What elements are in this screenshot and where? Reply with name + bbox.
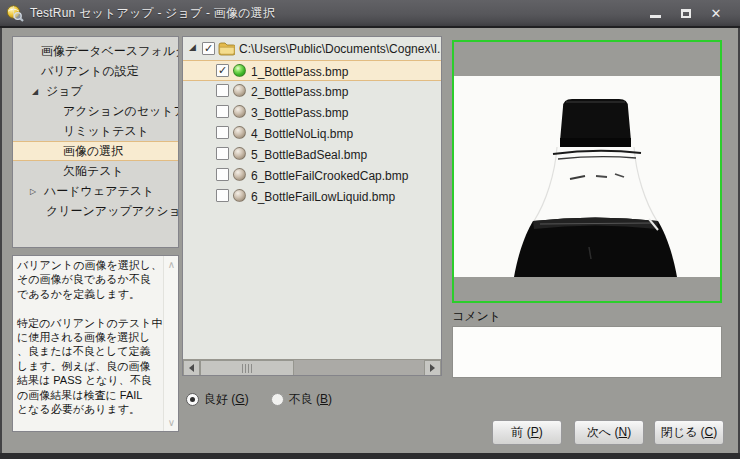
sidebar-item-label: 画像の選択	[63, 144, 123, 158]
file-name: 1_BottlePass.bmp	[251, 65, 348, 79]
wizard-step-nav: 画像データベースフォルダバリアントの設定◢ジョブアクションのセットアップリミット…	[12, 36, 179, 248]
file-name: 3_BottlePass.bmp	[251, 106, 348, 120]
sidebar-item-label: ジョブ	[46, 84, 83, 98]
expanded-expander-icon[interactable]: ◢	[189, 42, 196, 52]
horizontal-scrollbar[interactable]	[183, 359, 441, 375]
sidebar-item[interactable]: クリーンアップアクション	[13, 201, 178, 221]
file-checkbox[interactable]	[216, 105, 229, 118]
file-row[interactable]: 6_BottleFailLowLiquid.bmp	[183, 186, 441, 207]
sidebar-item-label: 画像データベースフォルダ	[41, 44, 179, 58]
file-checkbox[interactable]	[216, 168, 229, 181]
status-neutral-icon	[233, 126, 246, 139]
sidebar-item-label: バリアントの設定	[41, 64, 139, 78]
maximize-icon	[681, 9, 691, 18]
prev-button[interactable]: 前 (P)	[492, 420, 562, 445]
scroll-left-icon	[189, 364, 194, 372]
file-checkbox[interactable]: ✓	[216, 64, 229, 77]
window-title: TestRun セットアップ - ジョブ - 画像の選択	[30, 5, 275, 22]
radio-bad[interactable]: 不良 (B)	[271, 391, 332, 408]
image-preview	[452, 40, 722, 303]
sidebar-item-label: クリーンアップアクション	[46, 204, 179, 218]
file-name: 6_BottleFailCrookedCap.bmp	[251, 169, 408, 183]
file-checkbox[interactable]	[216, 189, 229, 202]
scroll-left-button[interactable]	[183, 360, 200, 376]
comment-label: コメント	[452, 308, 501, 325]
folder-root-row[interactable]: ◢ ✓ C:\Users\Public\Documents\Cognex\I..…	[183, 39, 441, 60]
scroll-right-icon	[430, 364, 435, 372]
sidebar-item[interactable]: ◢ジョブ	[13, 81, 178, 101]
close-button[interactable]: ✕	[703, 3, 729, 23]
next-button[interactable]: 次へ (N)	[574, 420, 644, 445]
sidebar-item-label: リミットテスト	[63, 124, 149, 138]
window-border-bottom	[0, 453, 740, 459]
minimize-icon	[650, 15, 661, 18]
sidebar-item[interactable]: 画像データベースフォルダ	[13, 41, 178, 61]
folder-path[interactable]: C:\Users\Public\Documents\Cognex\I...	[239, 42, 442, 56]
collapsed-expander-icon[interactable]: ▷	[27, 182, 39, 202]
file-row[interactable]: 5_BottleBadSeal.bmp	[183, 144, 441, 165]
description-scrollbar[interactable]: ∧ ∨	[163, 256, 178, 431]
sidebar-item[interactable]: リミットテスト	[13, 121, 178, 141]
app-icon	[6, 5, 24, 22]
file-row[interactable]: 6_BottleFailCrookedCap.bmp	[183, 165, 441, 186]
file-row[interactable]: ✓1_BottlePass.bmp	[183, 60, 441, 81]
scroll-right-button[interactable]	[424, 360, 441, 376]
status-neutral-icon	[233, 189, 246, 202]
file-name: 4_BottleNoLiq.bmp	[251, 127, 353, 141]
grade-options: 良好 (G) 不良 (B)	[186, 391, 332, 407]
file-checkbox[interactable]	[216, 147, 229, 160]
comment-input[interactable]	[452, 326, 722, 378]
sidebar-item[interactable]: アクションのセットアップ	[13, 101, 178, 121]
window-border-left	[0, 28, 2, 459]
sidebar-item-label: ハードウェアテスト	[44, 184, 154, 198]
bottle-preview-image	[454, 42, 720, 301]
scrollbar-thumb[interactable]	[200, 360, 294, 376]
radio-bad-icon[interactable]	[271, 393, 284, 406]
file-name: 2_BottlePass.bmp	[251, 85, 348, 99]
close-dialog-button[interactable]: 閉じる (C)	[654, 420, 724, 445]
file-row[interactable]: 3_BottlePass.bmp	[183, 102, 441, 123]
minimize-button[interactable]	[642, 3, 668, 23]
file-name: 5_BottleBadSeal.bmp	[251, 148, 367, 162]
status-neutral-icon	[233, 147, 246, 160]
sidebar-item[interactable]: 画像の選択	[13, 141, 178, 161]
radio-bad-label: 不良 (B)	[289, 391, 332, 408]
maximize-button[interactable]	[673, 3, 699, 23]
radio-good-label: 良好 (G)	[204, 391, 249, 408]
sidebar-item[interactable]: ▷ハードウェアテスト	[13, 181, 178, 201]
radio-good[interactable]: 良好 (G)	[186, 391, 249, 408]
status-neutral-icon	[233, 84, 246, 97]
sidebar-item-label: アクションのセットアップ	[63, 104, 179, 118]
file-rows: ✓1_BottlePass.bmp2_BottlePass.bmp3_Bottl…	[183, 60, 441, 207]
step-description-panel: バリアントの画像を選択し、 その画像が良であるか不良 であるかを定義します。 特…	[12, 255, 179, 432]
image-file-list: ◢ ✓ C:\Users\Public\Documents\Cognex\I..…	[182, 36, 442, 376]
folder-icon	[218, 41, 235, 56]
status-pass-icon	[233, 64, 246, 77]
file-checkbox[interactable]	[216, 84, 229, 97]
file-checkbox[interactable]	[216, 126, 229, 139]
scrollbar-grip-icon	[242, 364, 253, 373]
step-description-text: バリアントの画像を選択し、 その画像が良であるか不良 であるかを定義します。 特…	[17, 258, 163, 416]
file-name: 6_BottleFailLowLiquid.bmp	[251, 190, 395, 204]
sidebar-item-label: 欠陥テスト	[63, 164, 124, 178]
testrun-setup-dialog: TestRun セットアップ - ジョブ - 画像の選択 ✕ 画像データベースフ…	[0, 0, 740, 459]
folder-checkbox[interactable]: ✓	[202, 42, 215, 55]
scroll-down-icon[interactable]: ∨	[164, 417, 179, 428]
radio-good-icon[interactable]	[186, 393, 199, 406]
scroll-up-icon[interactable]: ∧	[164, 259, 179, 270]
close-icon: ✕	[711, 7, 722, 20]
file-row[interactable]: 4_BottleNoLiq.bmp	[183, 123, 441, 144]
sidebar-item[interactable]: バリアントの設定	[13, 61, 178, 81]
file-row[interactable]: 2_BottlePass.bmp	[183, 81, 441, 102]
expanded-expander-icon[interactable]: ◢	[29, 82, 41, 102]
status-neutral-icon	[233, 105, 246, 118]
sidebar-item[interactable]: 欠陥テスト	[13, 161, 178, 181]
status-neutral-icon	[233, 168, 246, 181]
titlebar: TestRun セットアップ - ジョブ - 画像の選択	[0, 0, 740, 28]
